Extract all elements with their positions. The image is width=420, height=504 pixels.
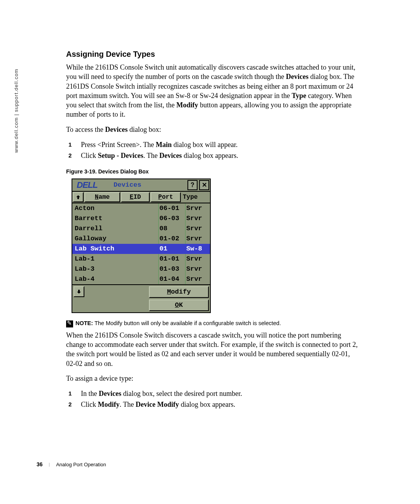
dialog-title: Devices	[102, 181, 187, 189]
step-2: 2 Click Modify. The Device Modify dialog…	[66, 399, 358, 410]
dell-logo: DELL	[73, 180, 101, 190]
cell-name: Lab-4	[72, 274, 158, 284]
table-row[interactable]: Lab-401-04Srvr	[72, 274, 210, 284]
cell-name: Lab-3	[72, 264, 158, 274]
cell-type: Srvr	[186, 234, 210, 244]
step-2: 2 Click Setup - Devices. The Devices dia…	[66, 150, 358, 161]
cell-port: 01-02	[158, 234, 186, 244]
device-rows: Acton06-01SrvrBarrett06-03SrvrDarrell08S…	[72, 203, 210, 284]
page-footer: 36 | Analog Port Operation	[37, 461, 106, 467]
cell-type: Sw-8	[186, 244, 210, 254]
scroll-down-icon	[77, 289, 81, 294]
footer-separator: |	[49, 462, 50, 467]
table-row[interactable]: Barrett06-03Srvr	[72, 214, 210, 224]
cell-port: 01-01	[158, 254, 186, 264]
paragraph-1: While the 2161DS Console Switch unit aut…	[66, 63, 358, 119]
figure-caption: Figure 3-19. Devices Dialog Box	[66, 168, 358, 175]
svg-marker-0	[76, 195, 80, 199]
table-row[interactable]: Darrell08Srvr	[72, 224, 210, 234]
column-headers: Name EID Port Type	[72, 192, 210, 203]
steps-assign: 1 In the Devices dialog box, select the …	[66, 388, 358, 410]
cell-type: Srvr	[186, 254, 210, 264]
footer-section: Analog Port Operation	[56, 462, 106, 467]
header-port-button[interactable]: Port	[150, 192, 181, 202]
cell-type: Srvr	[186, 274, 210, 284]
cell-port: 01-04	[158, 274, 186, 284]
cell-name: Lab-1	[72, 254, 158, 264]
cell-port: 08	[158, 224, 186, 234]
table-row[interactable]: Acton06-01Srvr	[72, 203, 210, 214]
note-icon	[66, 320, 73, 327]
ok-button[interactable]: OK	[149, 299, 209, 311]
scroll-up-button[interactable]	[73, 192, 84, 202]
cell-port: 06-01	[158, 203, 186, 214]
scroll-up-icon	[76, 195, 80, 200]
page-number: 36	[37, 461, 43, 467]
table-row[interactable]: Lab-301-03Srvr	[72, 264, 210, 274]
cell-port: 06-03	[158, 214, 186, 224]
dialog-titlebar: DELL Devices ? ✕	[72, 179, 210, 192]
paragraph-2: To access the Devices dialog box:	[66, 125, 358, 134]
cell-port: 01-03	[158, 264, 186, 274]
cell-name: Barrett	[72, 214, 158, 224]
note-text: NOTE: The Modify button will only be ava…	[75, 320, 281, 326]
header-name-button[interactable]: Name	[84, 192, 120, 202]
close-button[interactable]: ✕	[199, 180, 209, 190]
step-1: 1 Press <Print Screen>. The Main dialog …	[66, 140, 358, 150]
paragraph-4: To assign a device type:	[66, 374, 358, 383]
note-block: NOTE: The Modify button will only be ava…	[66, 320, 358, 327]
cell-name: Darrell	[72, 224, 158, 234]
modify-button[interactable]: Modify	[149, 286, 209, 298]
table-row[interactable]: Lab Switch01Sw-8	[72, 244, 210, 254]
cell-port: 01	[158, 244, 186, 254]
sidebar-url: www.dell.com | support.dell.com	[13, 51, 23, 156]
sidebar-text: www.dell.com | support.dell.com	[13, 48, 19, 153]
svg-marker-1	[77, 290, 81, 294]
devices-dialog: DELL Devices ? ✕ Name EID Port Type Acto…	[72, 178, 211, 313]
section-heading: Assigning Device Types	[66, 50, 358, 59]
table-row[interactable]: Galloway01-02Srvr	[72, 234, 210, 244]
step-1: 1 In the Devices dialog box, select the …	[66, 388, 358, 399]
cell-type: Srvr	[186, 203, 210, 214]
cell-type: Srvr	[186, 264, 210, 274]
cell-type: Srvr	[186, 224, 210, 234]
cell-name: Galloway	[72, 234, 158, 244]
scroll-down-button[interactable]	[74, 286, 84, 297]
help-button[interactable]: ?	[187, 180, 198, 190]
table-row[interactable]: Lab-101-01Srvr	[72, 254, 210, 264]
header-eid-button[interactable]: EID	[121, 192, 150, 202]
steps-access: 1 Press <Print Screen>. The Main dialog …	[66, 140, 358, 161]
header-type-label: Type	[181, 192, 210, 203]
cell-type: Srvr	[186, 214, 210, 224]
cell-name: Acton	[72, 203, 158, 214]
paragraph-3: When the 2161DS Console Switch discovers…	[66, 331, 358, 368]
cell-name: Lab Switch	[72, 244, 158, 254]
